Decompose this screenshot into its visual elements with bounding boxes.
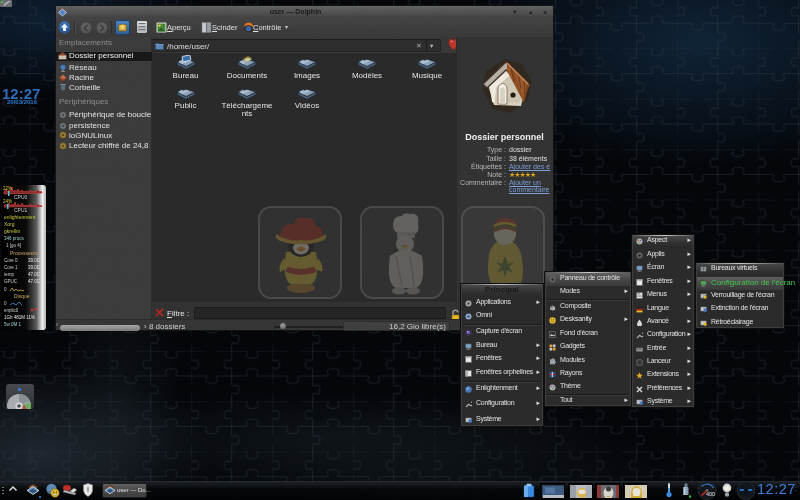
- svg-text:0: 0: [4, 287, 7, 292]
- svg-text:GPUC: GPUC: [4, 279, 18, 284]
- svg-text:CPU1: CPU1: [14, 207, 28, 213]
- svg-text:enplic0: enplic0: [4, 308, 19, 313]
- svg-text:346 procs: 346 procs: [4, 236, 25, 241]
- svg-text:Disque: Disque: [14, 293, 30, 299]
- svg-text:400: 400: [706, 491, 715, 497]
- svg-text:Core 0: Core 0: [4, 258, 18, 263]
- svg-text:Core 1: Core 1: [4, 265, 18, 270]
- svg-text:22%: 22%: [3, 186, 12, 191]
- svg-text:temp: temp: [4, 272, 15, 277]
- svg-text:Processeurs: Processeurs: [10, 250, 38, 256]
- svg-text:24%: 24%: [3, 199, 12, 204]
- svg-text:Xorg: Xorg: [4, 221, 15, 227]
- svg-text:gkrellm: gkrellm: [4, 228, 20, 234]
- svg-text:5w 0M 1: 5w 0M 1: [4, 322, 22, 327]
- svg-text:1 [go 4]: 1 [go 4]: [6, 243, 21, 248]
- svg-text:39.0C: 39.0C: [28, 265, 41, 270]
- svg-text:39.0C: 39.0C: [28, 258, 41, 263]
- svg-text:0: 0: [4, 301, 7, 306]
- svg-text:47.0C: 47.0C: [28, 272, 41, 277]
- svg-text:enlightenment: enlightenment: [4, 214, 36, 220]
- svg-text:47.0C: 47.0C: [28, 279, 41, 284]
- svg-text:1Gh 481M 11%: 1Gh 481M 11%: [4, 315, 35, 320]
- svg-text:CPU0: CPU0: [14, 194, 28, 200]
